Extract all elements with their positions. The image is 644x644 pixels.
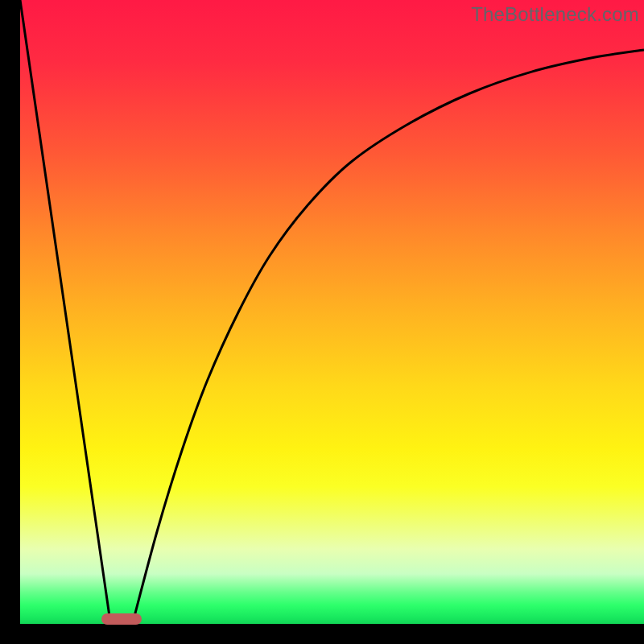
bottleneck-curve	[20, 0, 644, 624]
curve-right-branch	[133, 50, 645, 624]
plot-area: TheBottleneck.com	[20, 0, 644, 624]
curve-left-branch	[20, 0, 110, 624]
chart-frame: TheBottleneck.com	[0, 0, 644, 644]
optimal-marker	[101, 613, 142, 625]
